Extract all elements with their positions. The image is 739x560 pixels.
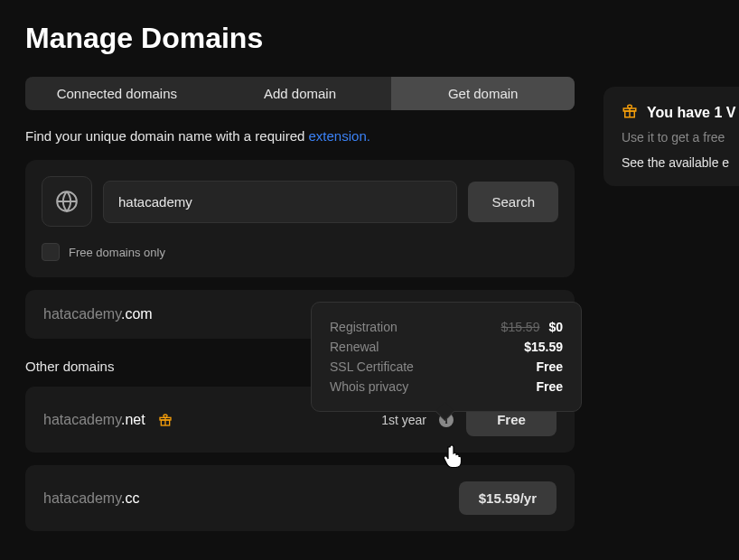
- tooltip-label: SSL Certificate: [330, 359, 414, 374]
- tooltip-label: Registration: [330, 320, 398, 334]
- tooltip-strike-price: $15.59: [501, 320, 540, 334]
- extension-link[interactable]: extension.: [309, 128, 370, 144]
- voucher-link[interactable]: See the available e: [622, 155, 739, 170]
- search-button[interactable]: Search: [468, 182, 558, 222]
- tooltip-value: $0: [548, 320, 563, 334]
- search-card: Search Free domains only: [25, 160, 575, 277]
- tab-get-domain[interactable]: Get domain: [391, 77, 575, 110]
- tab-add-domain[interactable]: Add domain: [209, 77, 392, 110]
- other-domain-row[interactable]: hatacademy.cc $15.59/yr: [25, 465, 575, 531]
- price-button[interactable]: $15.59/yr: [459, 481, 557, 515]
- tooltip-label: Whois privacy: [330, 379, 408, 394]
- tooltip-value: Free: [536, 359, 563, 374]
- voucher-card: You have 1 V Use it to get a free See th…: [603, 87, 739, 186]
- voucher-title: You have 1 V: [647, 105, 735, 121]
- cursor-hand-icon: [443, 444, 464, 471]
- domain-search-input[interactable]: [103, 181, 457, 223]
- tooltip-value: Free: [536, 379, 563, 394]
- tab-connected-domains[interactable]: Connected domains: [25, 77, 209, 110]
- domain-name: hatacademy.com: [43, 306, 153, 322]
- tooltip-value: $15.59: [524, 340, 563, 354]
- gift-icon: [158, 413, 173, 427]
- pricing-tooltip: Registration $15.59$0 Renewal $15.59 SSL…: [311, 302, 582, 412]
- year-label: 1st year: [381, 413, 426, 427]
- domain-name: hatacademy.net: [43, 412, 149, 427]
- gift-icon: [622, 103, 638, 123]
- page-title: Manage Domains: [25, 22, 714, 55]
- free-domains-checkbox[interactable]: [42, 243, 60, 261]
- tooltip-label: Renewal: [330, 340, 379, 354]
- globe-icon: [42, 176, 92, 227]
- tabs: Connected domains Add domain Get domain: [25, 77, 575, 110]
- domain-name: hatacademy.cc: [43, 490, 139, 507]
- free-domains-label: Free domains only: [69, 246, 165, 259]
- voucher-subtitle: Use it to get a free: [622, 130, 739, 145]
